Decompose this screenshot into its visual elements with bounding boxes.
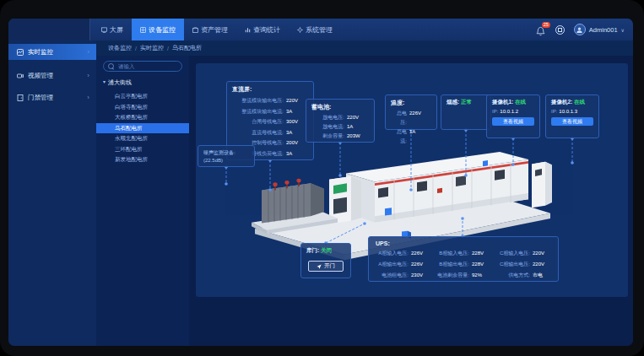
sidebar-item-realtime-monitoring[interactable]: 实时监控 › bbox=[8, 44, 96, 60]
camera1-card: 摄像机1: 在线 IP:10.0.1.2 查看视频 bbox=[486, 94, 540, 138]
ip-label: IP: bbox=[492, 109, 498, 114]
field-value: 220V bbox=[533, 259, 551, 270]
tree-item[interactable]: 白云亭配电所 bbox=[96, 91, 189, 102]
field-label: 剩余容量: bbox=[311, 132, 344, 141]
sidebar-item-label: 视频管理 bbox=[28, 72, 83, 80]
tree-item[interactable]: 大板桥配电所 bbox=[96, 112, 189, 123]
user-menu[interactable]: Admin001 ∨ bbox=[574, 24, 625, 35]
camera-icon bbox=[17, 73, 24, 79]
field-value: 228V bbox=[472, 259, 490, 270]
field-value: 228V bbox=[472, 248, 490, 259]
username: Admin001 bbox=[589, 26, 618, 34]
stats-icon bbox=[245, 27, 251, 33]
person-icon bbox=[576, 26, 583, 34]
monitor-icon bbox=[17, 49, 24, 56]
breadcrumb-item-current: 乌石配电所 bbox=[172, 44, 202, 52]
app-window: 大屏 设备监控 资产管理 查询统计 系统管理 bbox=[8, 19, 633, 346]
field-value: 市电 bbox=[533, 270, 551, 281]
field-value: 203W bbox=[347, 132, 369, 141]
breadcrumb-separator: / bbox=[135, 46, 137, 51]
sidebar-item-video-management[interactable]: 视频管理 › bbox=[8, 67, 96, 84]
logo-area bbox=[8, 19, 90, 40]
field-label: 电池剩余容量: bbox=[436, 270, 469, 281]
ups-column-b: B相输入电压:228V B相输出电压:228V 电池剩余容量:92% bbox=[436, 248, 490, 281]
fullscreen-icon[interactable] bbox=[555, 25, 565, 35]
field-value: 3A bbox=[286, 148, 308, 159]
tree-item[interactable]: 永顺北配电所 bbox=[96, 133, 189, 144]
tab-label: 查询统计 bbox=[253, 25, 280, 35]
field-label: 整流模块输出电流: bbox=[232, 106, 284, 117]
field-label: B相输出电压: bbox=[436, 259, 469, 270]
card-title: 摄像机1: bbox=[492, 99, 513, 105]
top-nav-bar: 大屏 设备监控 资产管理 查询统计 系统管理 bbox=[8, 19, 633, 40]
field-label: 合闸母线电压: bbox=[232, 116, 284, 127]
tree-item[interactable]: 三环配电所 bbox=[96, 144, 189, 155]
field-label: 放电电压: bbox=[311, 113, 344, 122]
monitor-icon bbox=[140, 27, 146, 33]
chevron-right-icon: › bbox=[87, 48, 89, 56]
field-value: 226V bbox=[409, 109, 431, 127]
card-title: 摄像机2: bbox=[551, 99, 572, 105]
door-card: 库门: 关闭 开门 bbox=[300, 243, 351, 278]
tree-item[interactable]: 新发地配电所 bbox=[96, 154, 189, 165]
ip-value: 10.0.1.3 bbox=[559, 109, 577, 114]
tab-dashboard[interactable]: 大屏 bbox=[93, 19, 132, 40]
status-badge: 正常 bbox=[461, 99, 472, 105]
tree-item[interactable]: 白塔寺配电所 bbox=[96, 102, 189, 113]
field-label: 供电方式: bbox=[497, 270, 530, 281]
avatar bbox=[574, 24, 586, 35]
ups-column-a: A相输入电压:226V A相输出电压:226V 电池组电压:230V bbox=[376, 248, 430, 281]
view-video-button[interactable]: 查看视频 bbox=[492, 117, 534, 126]
field-label: C相输出电压: bbox=[497, 259, 530, 270]
breadcrumb: 设备监控 / 实时监控 / 乌石配电所 bbox=[96, 40, 633, 56]
tab-device-monitoring[interactable]: 设备监控 bbox=[132, 19, 184, 40]
field-label: 整流模块输出电压: bbox=[232, 95, 284, 106]
search-icon bbox=[108, 63, 114, 69]
notifications-button[interactable]: 25 bbox=[536, 24, 546, 35]
field-value: 220V bbox=[347, 113, 369, 122]
field-label: A相输出电压: bbox=[376, 259, 409, 270]
search-input[interactable] bbox=[116, 62, 177, 70]
sidebar-item-access-control[interactable]: 门禁管理 › bbox=[8, 89, 96, 105]
tab-system-management[interactable]: 系统管理 bbox=[289, 19, 341, 40]
tree-item-selected[interactable]: 乌石配电所 bbox=[96, 123, 189, 134]
ups-grid: A相输入电压:226V A相输出电压:226V 电池组电压:230V B相输入电… bbox=[376, 248, 551, 281]
card-title: 烟感: bbox=[446, 99, 459, 105]
header-actions: 25 Admin001 ∨ bbox=[536, 19, 625, 40]
noise-monitor-card: 噪声监测设备: (22.5dB) bbox=[198, 145, 255, 167]
chevron-right-icon: › bbox=[87, 94, 89, 101]
main-content: 直流屏: 整流模块输出电压:220V 整流模块输出电流:3A 合闸母线电压:30… bbox=[189, 56, 633, 346]
battery-card: 蓄电池: 放电电压:220V 放电电流:1A 剩余容量:203W bbox=[306, 99, 375, 143]
open-door-button[interactable]: 开门 bbox=[308, 261, 344, 272]
card-title: 温度: bbox=[391, 99, 431, 107]
chevron-down-icon: ▾ bbox=[103, 78, 106, 87]
field-value: 92% bbox=[472, 270, 490, 281]
substation-scene-panel: 直流屏: 整流模块输出电压:220V 整流模块输出电流:3A 合闸母线电压:30… bbox=[196, 63, 628, 297]
send-icon bbox=[317, 264, 322, 269]
tab-label: 设备监控 bbox=[149, 25, 176, 35]
field-label: B相输入电压: bbox=[436, 248, 469, 259]
tab-label: 大屏 bbox=[110, 25, 123, 35]
field-value: 230V bbox=[411, 270, 430, 281]
tab-label: 资产管理 bbox=[201, 25, 228, 35]
door-icon bbox=[17, 94, 24, 101]
ip-label: IP: bbox=[551, 109, 557, 114]
station-tree-panel: ▾ 浦大街线 白云亭配电所 白塔寺配电所 大板桥配电所 乌石配电所 永顺北配电所… bbox=[96, 56, 189, 346]
tree-parent-node[interactable]: ▾ 浦大街线 bbox=[103, 78, 132, 87]
chevron-right-icon: › bbox=[87, 72, 89, 79]
card-title: 蓄电池: bbox=[311, 103, 369, 111]
tab-query-statistics[interactable]: 查询统计 bbox=[236, 19, 289, 40]
field-label: 放电电流: bbox=[311, 122, 344, 132]
open-door-label: 开门 bbox=[324, 262, 335, 270]
status-badge: 关闭 bbox=[321, 247, 332, 253]
tree-parent-label: 浦大街线 bbox=[108, 78, 132, 87]
breadcrumb-item[interactable]: 设备监控 bbox=[108, 44, 132, 52]
field-label: A相输入电压: bbox=[376, 248, 409, 259]
tab-asset-management[interactable]: 资产管理 bbox=[184, 19, 236, 40]
field-value: 1A bbox=[409, 127, 431, 146]
gear-icon bbox=[297, 27, 303, 33]
ip-value: 10.0.1.2 bbox=[500, 109, 518, 114]
noise-value: (22.5dB) bbox=[203, 157, 249, 165]
view-video-button[interactable]: 查看视频 bbox=[551, 117, 593, 126]
breadcrumb-item[interactable]: 实时监控 bbox=[140, 44, 164, 52]
